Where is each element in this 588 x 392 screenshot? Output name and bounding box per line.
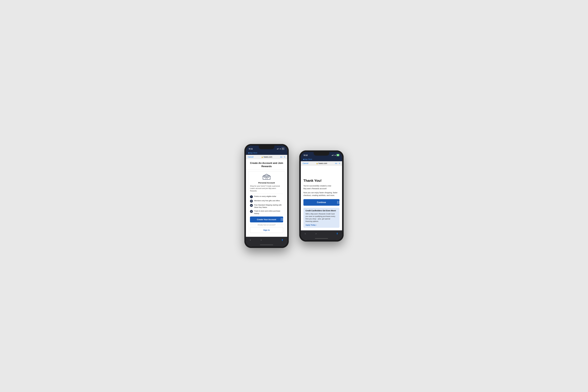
app-store-back-1[interactable]: ◀ App Store bbox=[248, 152, 257, 154]
svg-point-11 bbox=[252, 206, 252, 206]
account-type: Personal Account bbox=[250, 182, 283, 184]
text-size-1[interactable]: AA bbox=[280, 156, 282, 158]
url-text-1: lowes.com bbox=[264, 156, 272, 158]
phone-1: 5:11 ▲ 41 ◀ App Store bbox=[244, 144, 289, 248]
svg-text:Rewards: Rewards bbox=[264, 176, 269, 178]
gifts-icon bbox=[250, 200, 253, 202]
browser-bar-2: Cancel 🔒 lowes.com AA ↻ bbox=[301, 161, 342, 166]
browser-url-1: 🔒 lowes.com bbox=[261, 156, 272, 158]
status-bar-1: 5:11 ▲ 41 bbox=[246, 146, 287, 151]
cta-wrapper: Create Your Account Chat Now bbox=[250, 216, 283, 222]
lock-icon-1: 🔒 bbox=[261, 156, 263, 158]
status-time-2: 5:12 bbox=[304, 154, 308, 156]
back-button-2[interactable]: ‹ bbox=[305, 232, 306, 235]
thank-you-section: Thank You! You've successfully created a… bbox=[301, 174, 342, 230]
svg-marker-9 bbox=[252, 205, 252, 206]
share-button-2[interactable]: ⬆ bbox=[336, 232, 338, 235]
thank-you-line1: You've successfully created a new MyLowe… bbox=[304, 184, 340, 190]
bottom-nav-1: ‹ › ⬆ bbox=[246, 237, 287, 244]
benefit-text-0: Points on every eligible dollar bbox=[254, 195, 276, 198]
create-account-button[interactable]: Create Your Account bbox=[250, 216, 283, 222]
app-store-bar-2: ◀ App Store bbox=[301, 158, 342, 161]
history-icon bbox=[250, 210, 253, 213]
signal-icon bbox=[277, 148, 279, 149]
svg-text:myLowe's: myLowe's bbox=[264, 175, 268, 176]
chevron-right-icon: › bbox=[316, 224, 316, 226]
lock-icon-2: 🔒 bbox=[316, 162, 318, 164]
browser-url-2: 🔒 lowes.com bbox=[316, 162, 327, 164]
home-indicator-1 bbox=[246, 244, 287, 246]
benefit-text-1: Members-only free gifts and offers bbox=[254, 200, 280, 202]
page-content-2: Thank You! You've successfully created a… bbox=[301, 166, 342, 230]
refresh-icon-1[interactable]: ↻ bbox=[284, 156, 286, 158]
wifi-icon-2: ▲ bbox=[334, 154, 336, 156]
wifi-icon: ▲ bbox=[280, 148, 281, 150]
svg-point-10 bbox=[251, 206, 251, 206]
refresh-icon-2[interactable]: ↻ bbox=[339, 162, 340, 164]
divider bbox=[250, 194, 283, 194]
phone-2: 5:12 ▲ 42 ◀ App Store bbox=[299, 150, 344, 242]
browser-cancel-1[interactable]: Cancel bbox=[248, 156, 254, 158]
points-icon: P bbox=[250, 195, 253, 198]
page-content-1: Create An Account and Join Rewards myLow… bbox=[246, 159, 287, 237]
page-title-1: Create An Account and Join Rewards bbox=[248, 162, 284, 168]
mylowes-rewards-logo: myLowe's Rewards bbox=[262, 174, 271, 180]
svg-rect-8 bbox=[251, 205, 252, 206]
sign-in-button[interactable]: Sign In bbox=[250, 227, 283, 233]
forward-button-2[interactable]: › bbox=[316, 232, 316, 235]
credit-card-promo: Credit Cardholders Get Even More! With a… bbox=[304, 208, 340, 228]
svg-rect-4 bbox=[266, 178, 267, 180]
home-indicator-2 bbox=[301, 238, 342, 240]
page-title-section: Create An Account and Join Rewards bbox=[246, 159, 287, 170]
signal-icon-2 bbox=[332, 154, 334, 156]
apply-today-text: Apply Today bbox=[306, 224, 316, 226]
status-bar-2: 5:12 ▲ 42 bbox=[301, 152, 342, 158]
battery-icon-2: 42 bbox=[336, 154, 339, 156]
rewards-card: myLowe's Rewards Personal Account Shop f… bbox=[248, 171, 285, 235]
promo-title: Credit Cardholders Get Even More! bbox=[306, 210, 338, 212]
benefit-text-2: Free Standard Shipping starting with Sil… bbox=[254, 204, 283, 208]
benefit-history: Track in-store and online purchase histo… bbox=[250, 210, 283, 214]
notch-2 bbox=[314, 152, 329, 156]
browser-actions-2: AA ↻ bbox=[335, 162, 340, 164]
svg-rect-6 bbox=[251, 200, 252, 201]
benefit-gifts: Members-only free gifts and offers bbox=[250, 200, 283, 202]
promo-body: With a MyLowe's Rewards Credit Card you … bbox=[306, 213, 338, 222]
url-text-2: lowes.com bbox=[318, 162, 327, 164]
rewards-desc: Shop for your home? Create a personal Lo… bbox=[250, 185, 283, 192]
scene: 5:11 ▲ 41 ◀ App Store bbox=[0, 136, 588, 256]
top-spacer bbox=[301, 166, 342, 174]
rewards-logo: myLowe's Rewards bbox=[250, 174, 283, 180]
status-time-1: 5:11 bbox=[249, 148, 253, 150]
chat-now-widget-2[interactable]: Chat Now bbox=[336, 200, 340, 204]
thank-you-title: Thank You! bbox=[304, 178, 340, 183]
bottom-nav-2: ‹ › ⬆ bbox=[301, 230, 342, 238]
continue-wrapper: Continue Chat Now bbox=[304, 199, 340, 206]
notch bbox=[259, 146, 274, 149]
benefit-points: P Points on every eligible dollar bbox=[250, 195, 283, 198]
status-icons-1: ▲ 41 bbox=[277, 148, 284, 150]
status-icons-2: ▲ 42 bbox=[332, 154, 339, 156]
browser-cancel-2[interactable]: Cancel bbox=[302, 162, 308, 164]
battery-icon: 41 bbox=[282, 148, 284, 150]
already-account-text: Already have an account? bbox=[258, 224, 276, 226]
share-button-1[interactable]: ⬆ bbox=[281, 238, 283, 242]
app-store-back-2[interactable]: ◀ App Store bbox=[303, 158, 312, 160]
back-button-1[interactable]: ‹ bbox=[250, 238, 251, 242]
apply-today-link[interactable]: Apply Today › bbox=[306, 224, 338, 226]
home-bar-2 bbox=[315, 238, 328, 239]
text-size-2[interactable]: AA bbox=[335, 162, 337, 164]
benefit-list: P Points on every eligible dollar Member… bbox=[250, 195, 283, 215]
forward-button-1[interactable]: › bbox=[261, 238, 262, 242]
benefit-shipping: Free Standard Shipping starting with Sil… bbox=[250, 204, 283, 208]
browser-bar-1: Cancel 🔒 lowes.com AA ↻ bbox=[246, 155, 287, 159]
browser-actions-1: AA ↻ bbox=[280, 156, 286, 158]
thank-you-line2: Now you can enjoy faster shopping, faste… bbox=[304, 191, 340, 197]
home-bar-1 bbox=[260, 244, 273, 245]
shipping-icon bbox=[250, 204, 253, 207]
continue-button[interactable]: Continue bbox=[304, 199, 340, 206]
already-account-section: Already have an account? bbox=[250, 224, 283, 226]
chat-now-widget-1[interactable]: Chat Now bbox=[280, 217, 283, 222]
app-store-bar-1: ◀ App Store bbox=[246, 151, 287, 155]
benefit-text-3: Track in-store and online purchase histo… bbox=[254, 210, 283, 214]
